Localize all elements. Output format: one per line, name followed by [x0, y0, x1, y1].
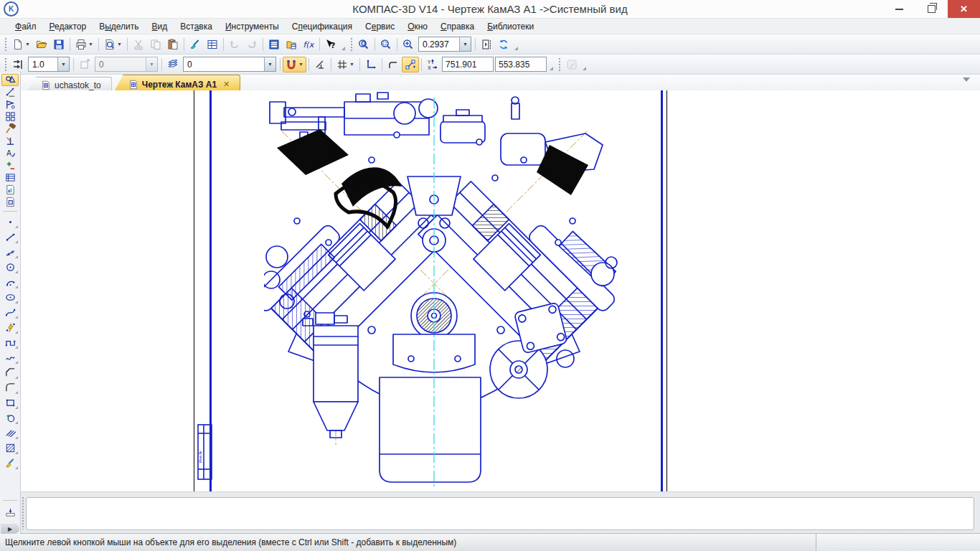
new-document-button[interactable]: ▼	[9, 37, 33, 52]
property-panel-grip[interactable]	[22, 496, 25, 529]
tab-list-dropdown-icon[interactable]	[963, 77, 970, 82]
engine-drawing[interactable]	[264, 92, 621, 491]
save-document-button[interactable]	[50, 37, 67, 52]
toolbar-current-state: 1.0▼ 0▼ 0▼ ▼ ▼ 751.901 553.835	[0, 55, 980, 75]
toolbar-grip[interactable]	[3, 57, 8, 72]
tool-circle[interactable]	[1, 260, 19, 275]
menu-item[interactable]: Окно	[401, 20, 434, 33]
variables-button[interactable]	[283, 37, 300, 52]
coordinate-y-field[interactable]: 553.835	[495, 57, 547, 72]
previous-layer-combo[interactable]: 0▼	[95, 57, 158, 72]
local-cs-button[interactable]	[362, 57, 380, 72]
scale-combo-arrow[interactable]: ▼	[57, 57, 69, 71]
tool-rectangle[interactable]	[1, 395, 19, 410]
restore-button[interactable]	[915, 0, 948, 18]
menu-item[interactable]: Вид	[146, 20, 174, 33]
toolbar-grip[interactable]	[349, 37, 354, 52]
tool-fillet[interactable]	[1, 380, 19, 395]
rounding-button[interactable]	[385, 57, 402, 72]
previous-layer-button[interactable]	[76, 57, 93, 72]
app-icon[interactable]: K	[4, 1, 19, 17]
tool-arc[interactable]	[1, 275, 19, 290]
tool-chamfer[interactable]	[1, 365, 19, 380]
current-scale-button[interactable]	[9, 57, 27, 72]
minimize-button[interactable]	[883, 0, 915, 18]
menu-item[interactable]: Вставка	[174, 20, 219, 33]
context-help-button[interactable]	[322, 37, 339, 52]
tool-designations[interactable]	[1, 98, 19, 110]
orthogonal-drawing-button[interactable]	[311, 57, 329, 72]
refresh-image-button[interactable]	[495, 37, 512, 52]
zoom-combo[interactable]: 0.2937▼	[418, 37, 471, 52]
tool-reports[interactable]	[1, 184, 19, 196]
properties-table-button[interactable]	[204, 37, 221, 52]
tool-bezier-curve[interactable]	[1, 350, 19, 365]
zoom-area-button[interactable]	[400, 37, 417, 52]
layer-combo-arrow[interactable]: ▼	[264, 57, 275, 71]
tool-selection[interactable]	[1, 159, 19, 171]
tool-specification[interactable]	[1, 171, 19, 184]
copy-button[interactable]	[147, 37, 164, 52]
grid-button[interactable]: ▼	[334, 57, 357, 72]
close-button[interactable]: ✕	[948, 0, 980, 18]
redo-button[interactable]	[243, 37, 260, 52]
fit-document-button[interactable]	[478, 37, 495, 52]
snaps-button[interactable]: ▼	[283, 57, 306, 72]
tool-dimensions[interactable]	[1, 86, 19, 98]
tool-fill[interactable]	[1, 456, 19, 471]
ink-properties-button[interactable]	[563, 57, 580, 72]
current-layer-value: 0	[184, 60, 264, 70]
paste-button[interactable]	[164, 37, 182, 52]
functions-button[interactable]	[300, 37, 317, 52]
message-line[interactable]	[26, 497, 974, 530]
copy-properties-button[interactable]	[187, 37, 204, 52]
tool-construction-designations[interactable]	[1, 110, 19, 123]
menu-item[interactable]: Библиотеки	[481, 20, 540, 33]
menu-item[interactable]: Выделить	[93, 20, 145, 33]
previous-layer-combo-arrow[interactable]: ▼	[146, 57, 157, 71]
menu-item[interactable]: Справка	[434, 20, 481, 33]
cut-button[interactable]	[130, 37, 147, 52]
tool-local-fragment-view[interactable]	[1, 504, 19, 521]
tool-hatch[interactable]	[1, 441, 19, 456]
tool-polyline[interactable]	[1, 335, 19, 350]
tool-measurements-2d[interactable]	[1, 147, 19, 159]
drawing-canvas[interactable]: Инв.№	[20, 90, 980, 492]
open-document-button[interactable]	[33, 37, 50, 52]
zoom-combo-arrow[interactable]: ▼	[459, 37, 471, 51]
tool-ellipse[interactable]	[1, 290, 19, 305]
menu-item[interactable]: Сервис	[359, 20, 401, 33]
zoom-window-button[interactable]	[355, 37, 372, 52]
tab-label: Чертеж КамАЗ А1	[142, 80, 217, 90]
undo-button[interactable]	[226, 37, 243, 52]
tool-segment[interactable]	[1, 230, 19, 245]
menu-item[interactable]: Редактор	[43, 20, 93, 33]
tool-continuous-input[interactable]	[1, 320, 19, 335]
menu-item[interactable]: Файл	[9, 20, 43, 33]
toolbar-grip[interactable]	[557, 57, 562, 72]
tool-editing[interactable]	[1, 123, 19, 135]
variables-window-button[interactable]	[265, 37, 283, 52]
layers-button[interactable]	[164, 57, 182, 72]
print-preview-button[interactable]: ▼	[101, 37, 125, 52]
tool-multiline[interactable]	[1, 425, 19, 441]
tool-insertions[interactable]	[1, 196, 19, 208]
tab-close-icon[interactable]: ✕	[223, 80, 230, 89]
menu-item[interactable]: Инструменты	[219, 20, 286, 33]
tool-collect-contour[interactable]	[1, 410, 19, 425]
toolbar-grip[interactable]	[3, 37, 8, 52]
coordinate-x-field[interactable]: 751.901	[442, 57, 494, 72]
current-layer-combo[interactable]: 0▼	[183, 57, 276, 72]
snap-points-button[interactable]	[402, 57, 419, 72]
status-bar: Щелкните левой кнопкой мыши на объекте д…	[0, 533, 980, 551]
tool-line[interactable]	[1, 245, 19, 260]
tool-spline[interactable]	[1, 305, 19, 320]
tool-parametrization[interactable]	[1, 135, 19, 147]
print-button[interactable]: ▼	[72, 37, 96, 52]
panel-expander[interactable]: ▶	[1, 524, 19, 534]
current-scale-combo[interactable]: 1.0▼	[28, 57, 70, 72]
tool-point[interactable]	[1, 215, 19, 230]
tool-geometry[interactable]	[1, 74, 19, 86]
zoom-dynamic-button[interactable]	[377, 37, 395, 52]
menu-item[interactable]: Спецификация	[286, 20, 359, 33]
